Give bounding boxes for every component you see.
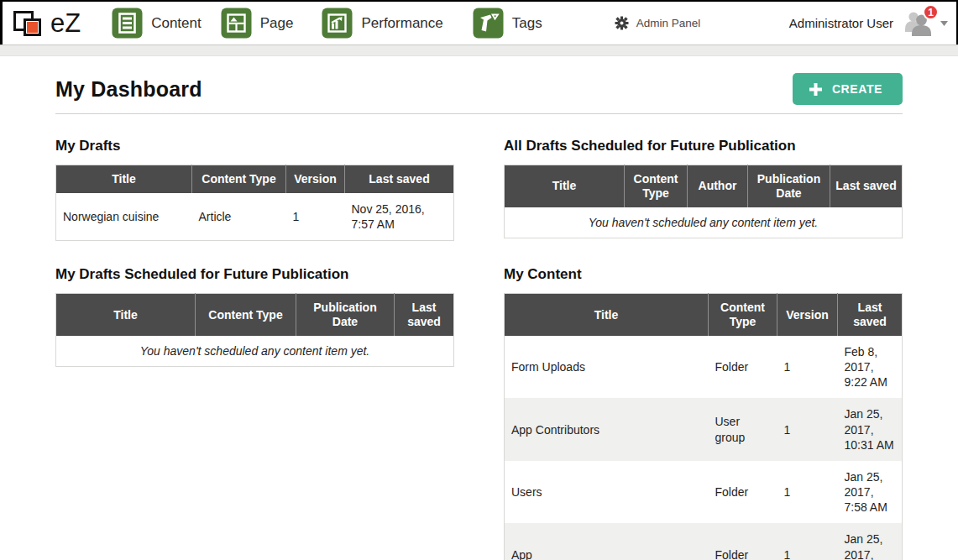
section-title: My Drafts <box>55 138 453 154</box>
column-header: Publication Date <box>296 294 395 336</box>
plus-icon <box>809 83 822 96</box>
logo-text: eZ <box>50 8 81 39</box>
section-all-drafts-scheduled: All Drafts Scheduled for Future Publicat… <box>504 138 902 238</box>
empty-message: You haven't scheduled any content item y… <box>56 336 454 367</box>
all-drafts-scheduled-table: Title Content Type Author Publication Da… <box>504 165 903 238</box>
cell-content-type: User group <box>709 398 777 461</box>
section-my-drafts: My Drafts Title Content Type Version Las… <box>55 138 453 241</box>
column-header: Version <box>777 294 838 336</box>
empty-message: You haven't scheduled any content item y… <box>505 207 903 238</box>
column-header: Content Type <box>196 294 296 336</box>
tags-icon <box>473 8 504 39</box>
cell-version: 1 <box>286 193 345 241</box>
nav-item-performance[interactable]: Performance <box>322 8 442 39</box>
cell-content-type: Folder <box>709 523 777 560</box>
empty-row: You haven't scheduled any content item y… <box>505 207 903 238</box>
nav-label-performance: Performance <box>361 15 442 32</box>
cell-last-saved: Nov 25, 2016, 7:57 AM <box>345 193 454 241</box>
column-header: Publication Date <box>748 165 830 207</box>
page-title: My Dashboard <box>55 77 202 102</box>
cell-version: 1 <box>777 336 838 399</box>
nav-label-tags: Tags <box>512 15 542 32</box>
cell-title: Users <box>505 461 709 524</box>
table-row[interactable]: App Folder 1 Jan 25, 2017, 7:55 AM <box>505 523 903 560</box>
cell-title: Norwegian cuisine <box>56 193 192 241</box>
logo-square-orange <box>24 18 41 36</box>
my-content-table: Title Content Type Version Last saved Fo… <box>504 293 903 560</box>
my-drafts-scheduled-table: Title Content Type Publication Date Last… <box>55 293 454 367</box>
column-header: Last saved <box>838 294 903 336</box>
main-content: My Dashboard CREATE My Drafts Title Cont… <box>0 56 958 560</box>
cell-last-saved: Jan 25, 2017, 10:31 AM <box>838 398 903 461</box>
subnav-band <box>0 44 958 56</box>
ez-logo-icon <box>10 6 49 41</box>
ez-logo[interactable]: eZ <box>10 6 81 41</box>
cell-title: App <box>505 523 709 560</box>
create-button-label: CREATE <box>832 82 882 96</box>
column-header: Content Type <box>709 294 777 336</box>
nav-label-page: Page <box>260 15 294 32</box>
cell-title: Form Uploads <box>505 336 709 399</box>
cell-content-type: Folder <box>709 336 777 399</box>
nav-item-content[interactable]: Content <box>112 8 202 39</box>
table-row[interactable]: App Contributors User group 1 Jan 25, 20… <box>505 398 903 461</box>
column-header: Content Type <box>192 165 286 193</box>
nav-label-content: Content <box>151 15 202 32</box>
column-header: Author <box>688 165 748 207</box>
column-header: Last saved <box>830 165 903 207</box>
column-header: Title <box>505 165 625 207</box>
cell-title: App Contributors <box>505 398 709 461</box>
cell-content-type: Article <box>192 193 286 241</box>
admin-panel-label: Admin Panel <box>636 17 701 29</box>
table-row[interactable]: Norwegian cuisine Article 1 Nov 25, 2016… <box>56 193 454 241</box>
title-divider <box>55 113 903 114</box>
column-header: Content Type <box>625 165 688 207</box>
page-icon <box>221 8 252 39</box>
cell-version: 1 <box>777 523 838 560</box>
section-title: All Drafts Scheduled for Future Publicat… <box>504 138 902 154</box>
cell-version: 1 <box>777 398 838 461</box>
cell-content-type: Folder <box>709 461 777 524</box>
section-my-content: My Content Title Content Type Version La… <box>504 266 902 560</box>
section-title: My Content <box>504 266 902 283</box>
performance-icon <box>322 8 353 39</box>
empty-row: You haven't scheduled any content item y… <box>56 336 454 367</box>
column-header: Title <box>56 165 192 193</box>
cell-version: 1 <box>777 461 838 524</box>
table-row[interactable]: Form Uploads Folder 1 Feb 8, 2017, 9:22 … <box>505 336 903 399</box>
chevron-down-icon[interactable] <box>940 21 948 26</box>
nav-item-page[interactable]: Page <box>221 8 294 39</box>
top-navigation-bar: eZ Content Page <box>0 0 958 44</box>
content-icon <box>112 8 143 39</box>
column-header: Last saved <box>395 294 454 336</box>
section-my-drafts-scheduled: My Drafts Scheduled for Future Publicati… <box>55 266 453 367</box>
section-title: My Drafts Scheduled for Future Publicati… <box>55 266 453 283</box>
my-drafts-table: Title Content Type Version Last saved No… <box>55 165 454 241</box>
column-header: Title <box>505 294 709 336</box>
column-header: Version <box>286 165 345 193</box>
table-row[interactable]: Users Folder 1 Jan 25, 2017, 7:58 AM <box>505 461 903 524</box>
cell-last-saved: Feb 8, 2017, 9:22 AM <box>838 336 903 399</box>
user-menu[interactable]: Administrator User 1 <box>789 10 948 36</box>
create-button[interactable]: CREATE <box>793 73 903 105</box>
nav-item-tags[interactable]: Tags <box>473 8 542 39</box>
notification-badge: 1 <box>923 4 939 20</box>
cell-last-saved: Jan 25, 2017, 7:55 AM <box>838 523 903 560</box>
avatar[interactable]: 1 <box>903 10 934 36</box>
column-header: Title <box>56 294 196 336</box>
column-header: Last saved <box>345 165 454 193</box>
cell-last-saved: Jan 25, 2017, 7:58 AM <box>838 461 903 524</box>
gear-icon <box>615 16 629 30</box>
user-name: Administrator User <box>789 16 893 30</box>
admin-panel-button[interactable]: Admin Panel <box>615 16 701 30</box>
